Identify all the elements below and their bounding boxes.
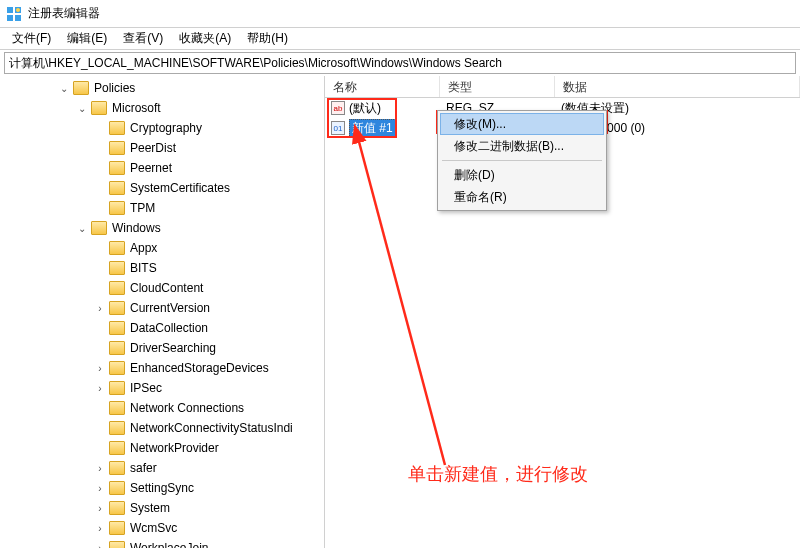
address-bar[interactable]: 计算机\HKEY_LOCAL_MACHINE\SOFTWARE\Policies… — [4, 52, 796, 74]
tree-node-peerdist[interactable]: PeerDist — [0, 138, 324, 158]
tree-node-systemcertificates[interactable]: SystemCertificates — [0, 178, 324, 198]
context-menu: 修改(M)... 修改二进制数据(B)... 删除(D) 重命名(R) — [437, 110, 607, 211]
chevron-right-icon[interactable]: › — [94, 363, 106, 374]
binary-value-icon: 01 — [331, 121, 345, 135]
tree-node-networkprovider[interactable]: NetworkProvider — [0, 438, 324, 458]
app-title: 注册表编辑器 — [28, 5, 100, 22]
ctx-delete[interactable]: 删除(D) — [440, 164, 604, 186]
chevron-right-icon[interactable]: › — [94, 463, 106, 474]
tree-node-safer[interactable]: ›safer — [0, 458, 324, 478]
menu-favorites[interactable]: 收藏夹(A) — [171, 28, 239, 49]
folder-icon — [109, 181, 125, 195]
tree-node-wcmsvc[interactable]: ›WcmSvc — [0, 518, 324, 538]
value-name: 新值 #1 — [349, 119, 396, 138]
tree-label: TPM — [128, 201, 157, 215]
tree-pane[interactable]: ⌄Policies⌄MicrosoftCryptographyPeerDistP… — [0, 76, 325, 548]
tree-node-datacollection[interactable]: DataCollection — [0, 318, 324, 338]
svg-rect-3 — [15, 15, 21, 21]
app-icon — [6, 6, 22, 22]
tree-label: NetworkConnectivityStatusIndi — [128, 421, 295, 435]
ctx-separator — [442, 160, 602, 161]
tree-label: PeerDist — [128, 141, 178, 155]
svg-point-4 — [16, 8, 20, 12]
folder-icon — [109, 261, 125, 275]
folder-icon — [109, 461, 125, 475]
tree-node-policies[interactable]: ⌄Policies — [0, 78, 324, 98]
chevron-down-icon[interactable]: ⌄ — [76, 103, 88, 114]
tree-label: Microsoft — [110, 101, 163, 115]
folder-icon — [109, 281, 125, 295]
tree-node-driversearching[interactable]: DriverSearching — [0, 338, 324, 358]
tree-node-appx[interactable]: Appx — [0, 238, 324, 258]
tree-label: safer — [128, 461, 159, 475]
menu-help[interactable]: 帮助(H) — [239, 28, 296, 49]
tree-label: BITS — [128, 261, 159, 275]
folder-icon — [109, 501, 125, 515]
value-name: (默认) — [349, 100, 381, 117]
svg-rect-0 — [7, 7, 13, 13]
tree-node-enhancedstoragedevices[interactable]: ›EnhancedStorageDevices — [0, 358, 324, 378]
chevron-right-icon[interactable]: › — [94, 383, 106, 394]
folder-icon — [73, 81, 89, 95]
tree-label: Policies — [92, 81, 137, 95]
tree-label: Windows — [110, 221, 163, 235]
col-header-type[interactable]: 类型 — [440, 76, 555, 97]
tree-label: DataCollection — [128, 321, 210, 335]
tree-node-ipsec[interactable]: ›IPSec — [0, 378, 324, 398]
chevron-right-icon[interactable]: › — [94, 303, 106, 314]
tree-node-bits[interactable]: BITS — [0, 258, 324, 278]
cell-name: ab(默认) — [325, 100, 440, 117]
tree-label: WcmSvc — [128, 521, 179, 535]
tree-label: NetworkProvider — [128, 441, 221, 455]
folder-icon — [109, 401, 125, 415]
tree-node-system[interactable]: ›System — [0, 498, 324, 518]
tree-node-microsoft[interactable]: ⌄Microsoft — [0, 98, 324, 118]
menu-file[interactable]: 文件(F) — [4, 28, 59, 49]
chevron-right-icon[interactable]: › — [94, 483, 106, 494]
tree-node-peernet[interactable]: Peernet — [0, 158, 324, 178]
address-text: 计算机\HKEY_LOCAL_MACHINE\SOFTWARE\Policies… — [9, 55, 502, 72]
svg-rect-2 — [7, 15, 13, 21]
tree-label: DriverSearching — [128, 341, 218, 355]
menu-view[interactable]: 查看(V) — [115, 28, 171, 49]
tree-node-cloudcontent[interactable]: CloudContent — [0, 278, 324, 298]
tree-node-tpm[interactable]: TPM — [0, 198, 324, 218]
tree-label: Appx — [128, 241, 159, 255]
chevron-right-icon[interactable]: › — [94, 523, 106, 534]
folder-icon — [109, 121, 125, 135]
tree-label: CurrentVersion — [128, 301, 212, 315]
folder-icon — [109, 481, 125, 495]
folder-icon — [109, 301, 125, 315]
folder-icon — [109, 201, 125, 215]
tree-node-settingsync[interactable]: ›SettingSync — [0, 478, 324, 498]
chevron-right-icon[interactable]: › — [94, 543, 106, 549]
folder-icon — [109, 321, 125, 335]
tree-node-cryptography[interactable]: Cryptography — [0, 118, 324, 138]
tree-node-currentversion[interactable]: ›CurrentVersion — [0, 298, 324, 318]
folder-icon — [109, 541, 125, 548]
tree-label: System — [128, 501, 172, 515]
ctx-modify[interactable]: 修改(M)... — [440, 113, 604, 135]
tree-node-windows[interactable]: ⌄Windows — [0, 218, 324, 238]
tree-label: Peernet — [128, 161, 174, 175]
tree-node-networkconnectivitystatusindi[interactable]: NetworkConnectivityStatusIndi — [0, 418, 324, 438]
titlebar: 注册表编辑器 — [0, 0, 800, 28]
menu-edit[interactable]: 编辑(E) — [59, 28, 115, 49]
tree-label: CloudContent — [128, 281, 205, 295]
folder-icon — [109, 441, 125, 455]
tree-label: WorkplaceJoin — [128, 541, 210, 548]
chevron-down-icon[interactable]: ⌄ — [76, 223, 88, 234]
col-header-name[interactable]: 名称 — [325, 76, 440, 97]
tree-node-workplacejoin[interactable]: ›WorkplaceJoin — [0, 538, 324, 548]
chevron-down-icon[interactable]: ⌄ — [58, 83, 70, 94]
tree-node-network-connections[interactable]: Network Connections — [0, 398, 324, 418]
chevron-right-icon[interactable]: › — [94, 503, 106, 514]
list-header: 名称 类型 数据 — [325, 76, 800, 98]
ctx-rename[interactable]: 重命名(R) — [440, 186, 604, 208]
tree-label: SystemCertificates — [128, 181, 232, 195]
ctx-modify-binary[interactable]: 修改二进制数据(B)... — [440, 135, 604, 157]
folder-icon — [109, 421, 125, 435]
annotation-text: 单击新建值，进行修改 — [408, 462, 588, 486]
col-header-data[interactable]: 数据 — [555, 76, 800, 97]
folder-icon — [91, 221, 107, 235]
